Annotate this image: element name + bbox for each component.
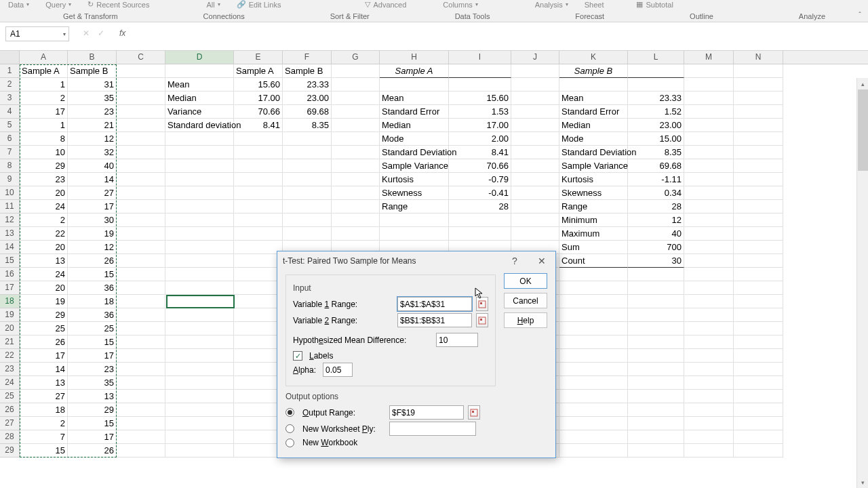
name-box[interactable]: A1 ▾ (5, 26, 69, 41)
cell-C16[interactable] (117, 268, 165, 281)
cell-A28[interactable]: 7 (20, 430, 68, 444)
cell-L6[interactable]: 15.00 (628, 132, 684, 146)
cell-J12[interactable] (511, 214, 559, 227)
ok-button[interactable]: OK (504, 273, 547, 289)
cell-N24[interactable] (734, 376, 783, 390)
cell-C19[interactable] (117, 308, 165, 322)
cell-G8[interactable] (332, 159, 380, 173)
cell-E13[interactable] (234, 227, 283, 241)
cell-M10[interactable] (684, 186, 734, 200)
cell-L3[interactable]: 23.33 (628, 92, 684, 105)
cell-H8[interactable]: Sample Variance (380, 159, 449, 173)
cell-N28[interactable] (734, 430, 783, 444)
cell-I4[interactable]: 1.53 (449, 105, 511, 119)
cell-J4[interactable] (511, 105, 559, 119)
cell-N6[interactable] (734, 132, 783, 146)
cell-F8[interactable] (283, 159, 332, 173)
cell-M8[interactable] (684, 159, 734, 173)
cell-B13[interactable]: 19 (68, 227, 117, 241)
cell-K8[interactable]: Sample Variance (559, 159, 628, 173)
cell-A23[interactable]: 14 (20, 363, 68, 376)
cell-C22[interactable] (117, 349, 165, 363)
cell-L2[interactable] (628, 78, 684, 92)
cell-E26[interactable] (234, 403, 283, 417)
cell-D25[interactable] (165, 390, 234, 403)
cell-G11[interactable] (332, 200, 380, 214)
cell-M1[interactable] (684, 64, 734, 78)
column-header-N[interactable]: N (734, 51, 783, 64)
name-box-dropdown-icon[interactable]: ▾ (63, 31, 66, 37)
cell-L29[interactable] (628, 444, 684, 458)
cell-M12[interactable] (684, 214, 734, 227)
cell-B19[interactable]: 36 (68, 308, 117, 322)
cell-A7[interactable]: 10 (20, 146, 68, 159)
row-header[interactable]: 5 (0, 119, 20, 132)
cell-C8[interactable] (117, 159, 165, 173)
column-header-F[interactable]: F (283, 51, 332, 64)
cell-D27[interactable] (165, 417, 234, 430)
cell-K6[interactable]: Mode (559, 132, 628, 146)
cell-C6[interactable] (117, 132, 165, 146)
cell-D14[interactable] (165, 241, 234, 254)
cell-L23[interactable] (628, 363, 684, 376)
cell-E12[interactable] (234, 214, 283, 227)
cell-K16[interactable] (559, 268, 628, 281)
cell-M9[interactable] (684, 173, 734, 186)
ribbon-item-query[interactable]: Query▾ (37, 0, 79, 9)
row-header[interactable]: 25 (0, 390, 20, 403)
cell-K20[interactable] (559, 322, 628, 336)
cell-D18[interactable] (165, 295, 234, 308)
new-worksheet-input[interactable] (389, 422, 476, 436)
cell-M17[interactable] (684, 281, 734, 295)
cell-K10[interactable]: Skewness (559, 186, 628, 200)
cell-E11[interactable] (234, 200, 283, 214)
cell-K25[interactable] (559, 390, 628, 403)
scroll-up-icon[interactable]: ▴ (857, 78, 868, 89)
cell-I7[interactable]: 8.41 (449, 146, 511, 159)
dialog-titlebar[interactable]: t-Test: Paired Two Sample for Means ? ✕ (277, 251, 555, 270)
cell-B15[interactable]: 26 (68, 254, 117, 268)
cell-N25[interactable] (734, 390, 783, 403)
cell-G1[interactable] (332, 64, 380, 78)
cell-E9[interactable] (234, 173, 283, 186)
cell-M3[interactable] (684, 92, 734, 105)
cell-N12[interactable] (734, 214, 783, 227)
cell-E24[interactable] (234, 376, 283, 390)
cell-E14[interactable] (234, 241, 283, 254)
row-header[interactable]: 10 (0, 186, 20, 200)
cell-B27[interactable]: 15 (68, 417, 117, 430)
cell-J3[interactable] (511, 92, 559, 105)
cell-A11[interactable]: 24 (20, 200, 68, 214)
row-header[interactable]: 19 (0, 308, 20, 322)
cell-K12[interactable]: Minimum (559, 214, 628, 227)
cell-M13[interactable] (684, 227, 734, 241)
cell-D26[interactable] (165, 403, 234, 417)
cell-E28[interactable] (234, 430, 283, 444)
cell-C12[interactable] (117, 214, 165, 227)
column-header-M[interactable]: M (684, 51, 734, 64)
new-worksheet-radio[interactable] (285, 424, 294, 433)
cell-N11[interactable] (734, 200, 783, 214)
cell-C14[interactable] (117, 241, 165, 254)
cell-F9[interactable] (283, 173, 332, 186)
output-range-picker-icon[interactable] (468, 405, 480, 420)
var2-input[interactable] (397, 313, 472, 327)
cell-M29[interactable] (684, 444, 734, 458)
cell-D3[interactable]: Median (165, 92, 234, 105)
cell-K28[interactable] (559, 430, 628, 444)
cell-G4[interactable] (332, 105, 380, 119)
collapse-ribbon-icon[interactable]: ˆ (859, 11, 861, 19)
row-header[interactable]: 28 (0, 430, 20, 444)
cell-B25[interactable]: 13 (68, 390, 117, 403)
cell-J5[interactable] (511, 119, 559, 132)
cell-D29[interactable] (165, 444, 234, 458)
cell-M7[interactable] (684, 146, 734, 159)
cell-M24[interactable] (684, 376, 734, 390)
cell-B28[interactable]: 17 (68, 430, 117, 444)
cell-G12[interactable] (332, 214, 380, 227)
cell-A6[interactable]: 8 (20, 132, 68, 146)
cell-D17[interactable] (165, 281, 234, 295)
cell-A14[interactable]: 20 (20, 241, 68, 254)
cell-M23[interactable] (684, 363, 734, 376)
row-header[interactable]: 6 (0, 132, 20, 146)
